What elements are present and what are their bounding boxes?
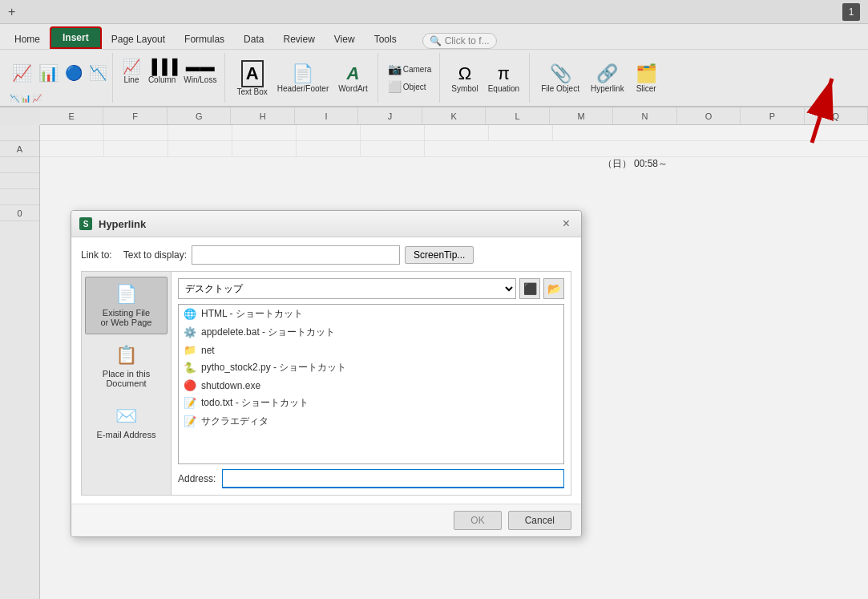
ok-button[interactable]: OK [454,511,501,530]
address-row: Address: [178,469,564,488]
file-net-icon: 📁 [184,344,196,356]
file-item-shutdown[interactable]: 🔴 shutdown.exe [179,377,563,394]
file-list[interactable]: 🌐 HTML - ショートカット ⚙️ appdelete.bat - ショート… [178,304,564,464]
address-input[interactable] [222,469,564,488]
file-todo-icon: 📝 [184,397,196,409]
file-item-todo[interactable]: 📝 todo.txt - ショートカット [179,394,563,412]
nav-item-existing[interactable]: 📄 Existing File or Web Page [85,277,168,334]
hyperlink-dialog: S Hyperlink × Link to: Text to display: … [71,210,582,537]
folder-selector-row: デスクトップ ⬛ 📂 [178,278,564,299]
address-label: Address: [178,473,216,484]
email-icon: ✉️ [115,406,137,427]
folder-open-btn[interactable]: 📂 [543,278,564,299]
link-to-label: Link to: [81,249,112,261]
cancel-button[interactable]: Cancel [508,511,571,530]
file-item-appdelete[interactable]: ⚙️ appdelete.bat - ショートカット [179,323,563,342]
place-icon: 📋 [115,345,137,366]
dialog-title-text: Hyperlink [99,218,553,230]
dialog-top-row: Link to: Text to display: ScreenTip... [81,245,571,265]
file-item-sakura[interactable]: 📝 サクラエディタ [179,412,563,431]
dialog-titlebar: S Hyperlink × [71,211,581,237]
dialog-body: Link to: Text to display: ScreenTip... 📄… [71,237,581,504]
file-sakura-icon: 📝 [184,415,196,427]
dialog-close-btn[interactable]: × [559,217,573,231]
file-appdelete-icon: ⚙️ [184,326,196,338]
folder-select[interactable]: デスクトップ [178,278,516,299]
folder-back-btn[interactable]: ⬛ [519,278,540,299]
text-display-input[interactable] [192,245,400,265]
nav-item-email[interactable]: ✉️ E-mail Address [85,399,168,447]
dialog-file-browser: デスクトップ ⬛ 📂 🌐 HTML - ショートカット ⚙️ appdelete… [172,272,571,495]
file-item-pytho[interactable]: 🐍 pytho_stock2.py - ショートカット [179,358,563,377]
file-item-html[interactable]: 🌐 HTML - ショートカット [179,305,563,323]
file-html-icon: 🌐 [184,308,196,320]
dialog-nav: 📄 Existing File or Web Page 📋 Place in t… [82,272,172,495]
nav-item-place[interactable]: 📋 Place in this Document [85,338,168,395]
dialog-title-icon: S [79,217,92,230]
text-display-label: Text to display: [123,249,187,261]
existing-icon: 📄 [115,284,137,305]
file-item-net[interactable]: 📁 net [179,342,563,358]
file-shutdown-icon: 🔴 [184,379,196,391]
screentip-btn[interactable]: ScreenTip... [405,246,474,264]
dialog-footer: OK Cancel [71,504,581,536]
file-pytho-icon: 🐍 [184,362,196,374]
dialog-main-area: 📄 Existing File or Web Page 📋 Place in t… [81,271,571,496]
